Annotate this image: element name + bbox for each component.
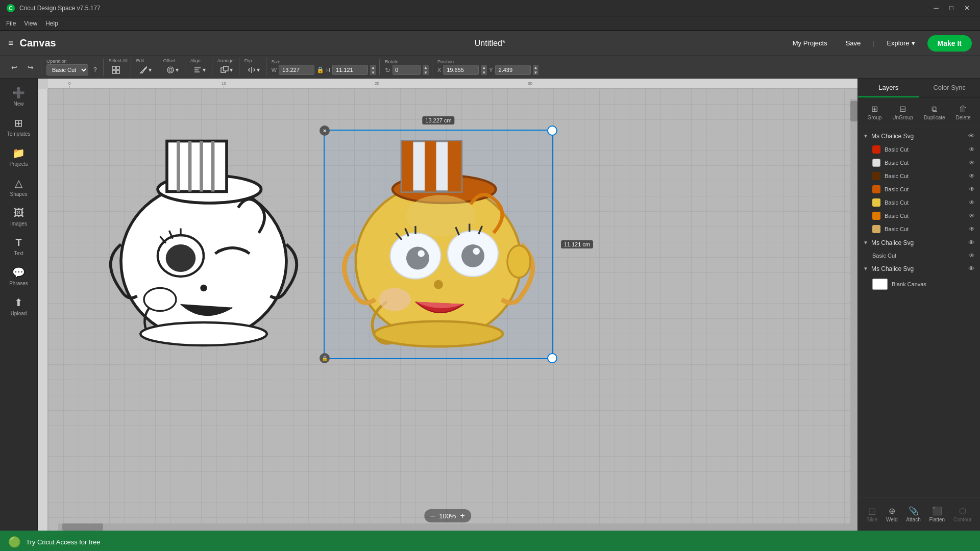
app-icon: C	[6, 4, 15, 13]
layer-item-8[interactable]: Basic Cut 👁	[858, 249, 980, 262]
layer-eye-6[interactable]: 👁	[969, 212, 975, 219]
sidebar-item-upload[interactable]: ⬆ Upload	[3, 292, 35, 320]
rotate-down[interactable]: ▼	[423, 70, 429, 75]
y-up[interactable]: ▲	[533, 65, 539, 70]
layer-eye-2[interactable]: 👁	[969, 159, 975, 166]
blank-canvas-layer[interactable]: Blank Canvas	[858, 276, 980, 293]
hamburger-menu[interactable]: ≡	[8, 38, 14, 48]
horizontal-scrollbar-thumb[interactable]	[62, 523, 103, 531]
sidebar-item-images[interactable]: 🖼 Images	[3, 203, 35, 231]
menu-help[interactable]: Help	[45, 20, 58, 27]
layer-eye-5[interactable]: 👁	[969, 199, 975, 206]
zoom-in-button[interactable]: +	[460, 511, 464, 520]
horizontal-scrollbar[interactable]	[58, 523, 850, 531]
height-input[interactable]	[332, 65, 368, 75]
layer-swatch-5	[872, 198, 880, 207]
width-input[interactable]	[279, 65, 314, 75]
x-input[interactable]	[443, 65, 479, 75]
promo-banner[interactable]: 🟢 Try Cricut Access for free	[0, 531, 980, 551]
slice-button[interactable]: ◫ Slice	[863, 504, 880, 524]
sidebar-item-new[interactable]: ➕ New	[3, 83, 35, 111]
my-projects-button[interactable]: My Projects	[787, 36, 834, 50]
layer-eye-1[interactable]: 👁	[969, 146, 975, 153]
ungroup-button[interactable]: ⊟ UnGroup	[888, 102, 917, 122]
layer-item-6[interactable]: Basic Cut 👁	[858, 209, 980, 222]
rotate-up[interactable]: ▲	[423, 65, 429, 70]
minimize-btn[interactable]: ─	[929, 1, 943, 15]
vertical-scrollbar-thumb[interactable]	[850, 101, 857, 121]
menu-bar: File View Help	[0, 16, 980, 31]
sidebar-item-phrases[interactable]: 💬 Phrases	[3, 262, 35, 290]
menu-view[interactable]: View	[24, 20, 37, 27]
save-button[interactable]: Save	[840, 36, 867, 50]
weld-button[interactable]: ⊕ Weld	[883, 504, 901, 524]
arrange-button[interactable]: ▾	[217, 64, 236, 76]
layer-item-4[interactable]: Basic Cut 👁	[858, 183, 980, 196]
close-handle[interactable]: ✕	[320, 126, 330, 136]
align-button[interactable]: ▾	[190, 64, 209, 76]
svg-point-28	[144, 288, 176, 311]
layer-item-7[interactable]: Basic Cut 👁	[858, 222, 980, 236]
contour-button[interactable]: ⬡ Contour	[950, 504, 975, 524]
sidebar-item-text[interactable]: T Text	[3, 233, 35, 260]
sidebar-label-phrases: Phrases	[9, 281, 28, 286]
offset-button[interactable]: ▾	[163, 64, 182, 76]
flatten-button[interactable]: ⬛ Flatten	[926, 504, 948, 524]
flip-button[interactable]: ▾	[244, 64, 263, 76]
maximize-btn[interactable]: □	[944, 1, 959, 15]
layer-eye-3[interactable]: 👁	[969, 172, 975, 180]
rotate-handle[interactable]: ↻	[547, 126, 557, 136]
operation-help[interactable]: ?	[90, 64, 100, 76]
explore-button[interactable]: Explore ▾	[880, 36, 921, 50]
x-up[interactable]: ▲	[481, 65, 487, 70]
svg-point-22	[166, 244, 196, 272]
images-icon: 🖼	[14, 207, 24, 219]
layer-group-2[interactable]: ▼ Ms Chalice Svg 👁	[858, 236, 980, 249]
lock-handle[interactable]: 🔒	[320, 353, 330, 363]
h-down[interactable]: ▼	[370, 70, 376, 75]
group-button[interactable]: ⊞ Group	[864, 102, 886, 122]
attach-button[interactable]: 📎 Attach	[903, 504, 923, 524]
delete-button[interactable]: 🗑 Delete	[952, 103, 975, 122]
layer-eye-8[interactable]: 👁	[969, 252, 975, 259]
tab-layers[interactable]: Layers	[858, 79, 919, 97]
layer-name-7: Basic Cut	[885, 226, 965, 232]
h-up[interactable]: ▲	[370, 65, 376, 70]
sidebar-item-shapes[interactable]: △ Shapes	[3, 173, 35, 201]
make-it-button[interactable]: Make It	[927, 35, 972, 52]
layer-item-3[interactable]: Basic Cut 👁	[858, 169, 980, 183]
layer-eye-4[interactable]: 👁	[969, 186, 975, 193]
group-3-visibility[interactable]: 👁	[968, 265, 975, 272]
y-down[interactable]: ▼	[533, 70, 539, 75]
tab-color-sync[interactable]: Color Sync	[919, 79, 981, 97]
y-input[interactable]	[495, 65, 531, 75]
sidebar-item-projects[interactable]: 📁 Projects	[3, 143, 35, 171]
resize-handle[interactable]: ⤡	[547, 353, 557, 363]
sidebar-item-templates[interactable]: ⊞ Templates	[3, 113, 35, 141]
operation-select[interactable]: Basic Cut	[46, 64, 88, 76]
duplicate-button[interactable]: ⧉ Duplicate	[920, 103, 949, 122]
layer-group-1[interactable]: ▼ Ms Chalice Svg 👁	[858, 129, 980, 143]
edit-dropdown-icon: ▾	[149, 66, 152, 73]
group-2-visibility[interactable]: 👁	[968, 239, 975, 246]
edit-button[interactable]: ▾	[136, 64, 155, 76]
width-label: 13.227 cm	[422, 116, 454, 124]
canvas-work[interactable]: ✕ ↻ 🔒 ⤡ 13.227 cm 11.121 cm	[48, 89, 857, 531]
layer-item-1[interactable]: Basic Cut 👁	[858, 143, 980, 156]
group-1-visibility[interactable]: 👁	[968, 132, 975, 140]
zoom-out-button[interactable]: –	[430, 511, 435, 520]
lock-icon[interactable]: 🔒	[316, 66, 324, 73]
redo-button[interactable]: ↪	[23, 60, 38, 74]
layer-group-3[interactable]: ▼ Ms Chalice Svg 👁	[858, 262, 980, 276]
menu-file[interactable]: File	[6, 20, 16, 27]
canvas-area: 0 10 20 30	[38, 79, 857, 531]
undo-button[interactable]: ↩	[7, 60, 21, 74]
vertical-scrollbar[interactable]	[850, 99, 857, 531]
x-down[interactable]: ▼	[481, 70, 487, 75]
layer-item-2[interactable]: Basic Cut 👁	[858, 156, 980, 169]
layer-eye-7[interactable]: 👁	[969, 226, 975, 233]
close-btn[interactable]: ✕	[960, 1, 974, 15]
select-all-button[interactable]	[109, 64, 128, 76]
layer-item-5[interactable]: Basic Cut 👁	[858, 196, 980, 209]
rotate-input[interactable]	[393, 65, 421, 75]
